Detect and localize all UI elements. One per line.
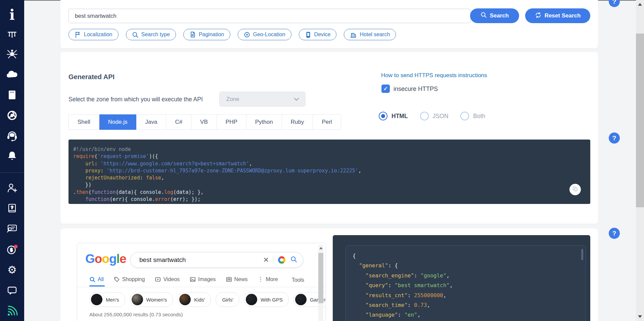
lang-tab-c#[interactable]: C# bbox=[166, 114, 191, 130]
google-tab-label: Shopping bbox=[122, 276, 145, 282]
google-tab-label: News bbox=[234, 276, 248, 282]
google-tab-all[interactable]: All bbox=[89, 276, 104, 282]
help-button-middle[interactable]: ? bbox=[609, 132, 620, 144]
google-tools-button[interactable]: Tools bbox=[292, 277, 304, 283]
google-chip-label: With GPS bbox=[261, 297, 283, 303]
google-tab-images[interactable]: Images bbox=[190, 276, 216, 282]
chrome-icon bbox=[6, 109, 18, 121]
search-button[interactable]: Search bbox=[470, 8, 519, 23]
zone-dropdown[interactable]: Zone bbox=[219, 92, 306, 107]
sidebar-item-status[interactable] bbox=[0, 305, 24, 317]
lang-tab-nodejs[interactable]: Node.js bbox=[99, 114, 137, 130]
scrollbar-up-arrow[interactable] bbox=[638, 3, 642, 6]
lang-tab-python[interactable]: Python bbox=[246, 114, 282, 130]
sidebar-item-browser[interactable] bbox=[0, 109, 24, 122]
filter-chip-geo-location[interactable]: Geo-Location bbox=[238, 29, 291, 40]
api-cloud-icon: API bbox=[5, 70, 19, 79]
chat-search-icon bbox=[6, 223, 18, 234]
code-line: require('request-promise')({ bbox=[73, 153, 590, 160]
lang-tab-php[interactable]: PHP bbox=[217, 114, 246, 130]
page-scrollbar[interactable] bbox=[636, 0, 644, 321]
scrollbar-down-arrow[interactable] bbox=[638, 315, 642, 318]
camera-lens-icon[interactable] bbox=[278, 256, 285, 264]
watch-thumbnail bbox=[91, 294, 102, 305]
filter-chip-hotel-search[interactable]: Hotel search bbox=[344, 29, 396, 40]
code-line: proxy: 'http://brd-customer-hl_7957a97e-… bbox=[73, 167, 590, 174]
g-search-icon bbox=[89, 276, 95, 282]
google-chip-girls-[interactable]: Girls' bbox=[216, 292, 239, 307]
code-sample-block: #!/usr/bin/env noderequire('request-prom… bbox=[68, 140, 590, 204]
sidebar-item-billing[interactable]: $ bbox=[0, 243, 24, 256]
sidebar-item-crawler[interactable] bbox=[0, 47, 24, 60]
app-root: iAPIPM24?$⚙ Search Reset Search Localiza… bbox=[0, 0, 644, 321]
sidebar-item-api[interactable]: API bbox=[0, 68, 24, 81]
insecure-https-checkbox[interactable]: ✓ bbox=[381, 85, 390, 93]
preview-scrollbar-thumb[interactable] bbox=[318, 253, 323, 303]
json-scrollbar-thumb[interactable] bbox=[581, 249, 583, 260]
sidebar-item-add-user[interactable] bbox=[0, 181, 24, 194]
lang-tab-vb[interactable]: VB bbox=[191, 114, 217, 130]
https-instructions-link[interactable]: How to send HTTPS requests instructions bbox=[381, 72, 487, 79]
google-tab-shopping[interactable]: Shopping bbox=[114, 276, 145, 282]
svg-text:$: $ bbox=[10, 247, 13, 253]
lang-tab-java[interactable]: Java bbox=[136, 114, 166, 130]
code-line: "query": "best smartwatch", bbox=[353, 280, 586, 290]
bell-icon bbox=[6, 150, 18, 162]
google-chip-men-s[interactable]: Men's bbox=[89, 292, 125, 307]
sidebar-divider bbox=[0, 172, 24, 173]
search-input[interactable] bbox=[68, 9, 471, 23]
sidebar-item-requests[interactable] bbox=[0, 222, 24, 235]
radio-circle bbox=[460, 112, 469, 120]
google-chip-women-s[interactable]: Women's bbox=[130, 292, 173, 307]
google-tab-more[interactable]: ⋮More bbox=[258, 276, 278, 282]
format-radio-json[interactable]: JSON bbox=[420, 112, 449, 120]
close-icon[interactable]: ✕ bbox=[261, 256, 273, 264]
lang-tab-perl[interactable]: Perl bbox=[313, 114, 341, 130]
scroll-up-arrow-icon[interactable] bbox=[319, 247, 323, 249]
filter-chip-search-type[interactable]: Search type bbox=[126, 29, 176, 40]
sidebar-item-settings[interactable]: ⚙ bbox=[0, 264, 24, 276]
google-search-box[interactable]: best smartwatch ✕ bbox=[130, 252, 303, 268]
sidebar-item-support-247[interactable]: 24 bbox=[0, 129, 24, 142]
google-preview-panel: Google best smartwatch ✕ AllShoppingVide… bbox=[77, 243, 326, 321]
svg-text:PM: PM bbox=[9, 94, 15, 98]
lang-tab-shell[interactable]: Shell bbox=[68, 114, 99, 130]
format-radio-html[interactable]: HTML bbox=[379, 112, 408, 120]
code-line: "results_cnt": 255000000, bbox=[353, 290, 586, 300]
code-line: .then(function(data){ console.log(data);… bbox=[73, 189, 590, 196]
help-button-top[interactable]: ? bbox=[609, 0, 620, 7]
google-tab-videos[interactable]: Videos bbox=[155, 276, 180, 282]
filter-chip-pagination[interactable]: Pagination bbox=[183, 29, 230, 40]
sidebar-item-chat[interactable] bbox=[0, 284, 24, 297]
reset-search-button[interactable]: Reset Search bbox=[525, 8, 590, 23]
sidebar-item-proxy-manager[interactable]: PM bbox=[0, 89, 24, 101]
filter-chip-label: Localization bbox=[84, 32, 112, 38]
reset-button-label: Reset Search bbox=[545, 12, 581, 19]
format-radio-both[interactable]: Both bbox=[460, 112, 485, 120]
code-line: "search_time": 0.73, bbox=[353, 300, 586, 310]
google-result-tabs: AllShoppingVideosImagesNews⋮More bbox=[89, 276, 278, 282]
lang-tab-ruby[interactable]: Ruby bbox=[282, 114, 313, 130]
google-logo-letter: o bbox=[102, 252, 109, 266]
page-icon bbox=[189, 31, 196, 38]
google-chip-with-gps[interactable]: With GPS bbox=[244, 292, 289, 307]
sidebar-item-logo[interactable]: i bbox=[0, 9, 24, 21]
filter-chip-localization[interactable]: Localization bbox=[68, 29, 119, 40]
copy-code-button[interactable] bbox=[569, 184, 581, 195]
google-search-icon[interactable] bbox=[290, 256, 297, 264]
google-chip-kids-[interactable]: Kids' bbox=[178, 292, 211, 307]
page-scrollbar-thumb[interactable] bbox=[636, 34, 644, 207]
sidebar-item-notifications[interactable] bbox=[0, 150, 24, 162]
zone-dropdown-value: Zone bbox=[226, 96, 239, 103]
filter-chip-label: Search type bbox=[141, 32, 170, 38]
google-tab-news[interactable]: News bbox=[226, 276, 248, 282]
filter-chip-row: LocalizationSearch typePaginationGeo-Loc… bbox=[68, 29, 396, 40]
sidebar-item-network[interactable] bbox=[0, 29, 24, 42]
help-button-bottom[interactable]: ? bbox=[609, 228, 620, 239]
sidebar-item-faq[interactable]: ? bbox=[0, 202, 24, 215]
search-icon bbox=[132, 32, 138, 38]
filter-chip-device[interactable]: Device bbox=[299, 29, 337, 40]
preview-scrollbar[interactable] bbox=[318, 245, 323, 321]
json-output-inner: { "general": { "search_engine": "google"… bbox=[346, 245, 586, 321]
google-tab-label: Images bbox=[198, 276, 216, 282]
